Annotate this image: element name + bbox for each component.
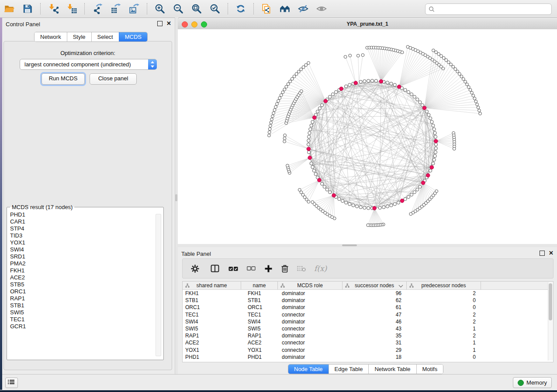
table-cell[interactable]: connector xyxy=(278,347,343,354)
tab-edge-table[interactable]: Edge Table xyxy=(329,364,369,374)
splitter-grip[interactable] xyxy=(175,194,177,201)
add-icon[interactable] xyxy=(264,265,273,273)
table-cell[interactable]: YOX1 xyxy=(241,347,278,354)
table-cell[interactable]: FKH1 xyxy=(183,290,241,297)
table-cell[interactable]: 35 xyxy=(343,332,407,339)
table-row[interactable]: SWI4SWI4dominator462 xyxy=(183,318,553,325)
function-icon[interactable]: f(x) xyxy=(314,264,327,273)
float-panel-icon[interactable] xyxy=(540,251,545,256)
tab-motifs[interactable]: Motifs xyxy=(416,364,443,374)
table-cell[interactable]: YOX1 xyxy=(183,347,241,354)
task-history-button[interactable] xyxy=(5,378,18,388)
table-row[interactable]: ACE2ACE2connector311 xyxy=(183,339,553,346)
table-cell[interactable]: dominator xyxy=(278,318,343,325)
table-cell[interactable]: ACE2 xyxy=(183,339,241,346)
mcds-node-item[interactable]: ACE2 xyxy=(10,274,163,281)
trash-icon[interactable] xyxy=(281,264,289,273)
table-cell[interactable]: TEC1 xyxy=(241,311,278,318)
table-cell[interactable]: ORC1 xyxy=(241,304,278,311)
table-cell[interactable]: 2 xyxy=(407,318,481,325)
table-row[interactable]: YOX1YOX1connector291 xyxy=(183,347,553,354)
table-cell[interactable]: SWI5 xyxy=(183,325,241,332)
table-cell[interactable]: ACE2 xyxy=(241,339,278,346)
table-cell[interactable]: PHD1 xyxy=(183,354,241,361)
delete-table-icon[interactable] xyxy=(297,265,306,272)
mcds-node-item[interactable]: STP4 xyxy=(10,225,163,232)
tab-mcds[interactable]: MCDS xyxy=(119,32,147,41)
first-neighbors-icon[interactable] xyxy=(279,3,291,14)
close-panel-icon[interactable]: ✕ xyxy=(549,251,554,255)
mcds-node-item[interactable]: PHD1 xyxy=(10,211,163,218)
mcds-node-item[interactable]: STB1 xyxy=(10,302,163,309)
table-cell[interactable]: 1 xyxy=(407,339,481,346)
tab-style[interactable]: Style xyxy=(67,32,91,41)
table-cell[interactable]: 29 xyxy=(343,347,407,354)
memory-button[interactable]: Memory xyxy=(513,377,552,388)
optimization-criterion-select[interactable]: largest connected component (undirected) xyxy=(20,59,157,70)
show-all-icon[interactable] xyxy=(316,3,327,14)
mcds-node-item[interactable]: PMA2 xyxy=(10,260,163,267)
deselect-all-icon[interactable] xyxy=(247,266,256,271)
table-cell[interactable]: dominator xyxy=(278,290,343,297)
column-header-shared-name[interactable]: shared name xyxy=(183,282,241,289)
open-folder-icon[interactable] xyxy=(3,3,15,14)
mcds-node-item[interactable]: SWI4 xyxy=(10,246,163,253)
table-cell[interactable]: dominator xyxy=(278,332,343,339)
table-cell[interactable]: 61 xyxy=(343,304,407,311)
column-header-MCDS-role[interactable]: MCDS role xyxy=(278,282,343,289)
table-row[interactable]: TEC1TEC1connector472 xyxy=(183,311,553,318)
run-mcds-button[interactable]: Run MCDS xyxy=(42,73,85,85)
table-cell[interactable]: STB1 xyxy=(241,297,278,304)
refresh-icon[interactable] xyxy=(235,3,246,14)
table-cell[interactable]: 43 xyxy=(343,325,407,332)
table-cell[interactable]: connector xyxy=(278,311,343,318)
columns-icon[interactable] xyxy=(211,265,219,272)
table-cell[interactable]: 18 xyxy=(343,354,407,361)
column-header-successor-nodes[interactable]: successor nodes xyxy=(343,282,407,289)
mcds-node-item[interactable]: ORC1 xyxy=(10,288,163,295)
search-input[interactable] xyxy=(435,5,551,13)
table-cell[interactable]: 46 xyxy=(343,318,407,325)
table-cell[interactable]: 2 xyxy=(407,332,481,339)
table-cell[interactable]: 31 xyxy=(343,339,407,346)
table-cell[interactable]: ORC1 xyxy=(183,304,241,311)
table-scrollbar[interactable] xyxy=(548,282,553,361)
mcds-node-item[interactable]: CAR1 xyxy=(10,218,163,225)
table-cell[interactable]: TEC1 xyxy=(183,311,241,318)
table-row[interactable]: ORC1ORC1dominator610 xyxy=(183,304,553,311)
close-panel-icon[interactable]: ✕ xyxy=(166,21,171,26)
table-cell[interactable]: PHD1 xyxy=(241,354,278,361)
mcds-node-item[interactable]: TEC1 xyxy=(10,316,163,323)
horizontal-splitter[interactable] xyxy=(178,244,557,247)
mcds-node-item[interactable]: SRD1 xyxy=(10,253,163,260)
table-cell[interactable]: connector xyxy=(278,325,343,332)
table-cell[interactable]: 0 xyxy=(407,304,481,311)
export-table-icon[interactable] xyxy=(110,3,121,14)
mcds-node-item[interactable]: GCR1 xyxy=(10,323,163,330)
table-cell[interactable]: 1 xyxy=(407,325,481,332)
table-cell[interactable]: connector xyxy=(278,339,343,346)
zoom-selected-icon[interactable] xyxy=(209,3,221,14)
mcds-node-item[interactable]: FKH1 xyxy=(10,267,163,274)
table-row[interactable]: SWI5SWI5connector431 xyxy=(183,325,553,332)
column-header-name[interactable]: name xyxy=(241,282,278,289)
splitter-grip[interactable] xyxy=(342,244,357,246)
float-panel-icon[interactable] xyxy=(157,21,163,26)
mcds-node-item[interactable]: SWI5 xyxy=(10,309,163,316)
mcds-node-item[interactable]: RAP1 xyxy=(10,295,163,302)
import-network-icon[interactable] xyxy=(48,3,59,14)
zoom-fit-icon[interactable] xyxy=(191,3,202,14)
tab-network[interactable]: Network xyxy=(35,32,67,41)
hide-selected-icon[interactable] xyxy=(298,3,309,14)
export-image-icon[interactable] xyxy=(128,3,140,14)
table-cell[interactable]: SWI5 xyxy=(241,325,278,332)
table-cell[interactable]: 96 xyxy=(343,290,407,297)
table-row[interactable]: STB1STB1dominator620 xyxy=(183,297,553,304)
table-cell[interactable]: SWI4 xyxy=(183,318,241,325)
scrollbar-thumb[interactable] xyxy=(549,283,552,320)
import-table-icon[interactable] xyxy=(66,3,77,14)
table-cell[interactable]: 0 xyxy=(407,297,481,304)
table-cell[interactable]: 1 xyxy=(407,347,481,354)
mcds-node-item[interactable]: STB5 xyxy=(10,281,163,288)
table-cell[interactable]: 0 xyxy=(407,354,481,361)
